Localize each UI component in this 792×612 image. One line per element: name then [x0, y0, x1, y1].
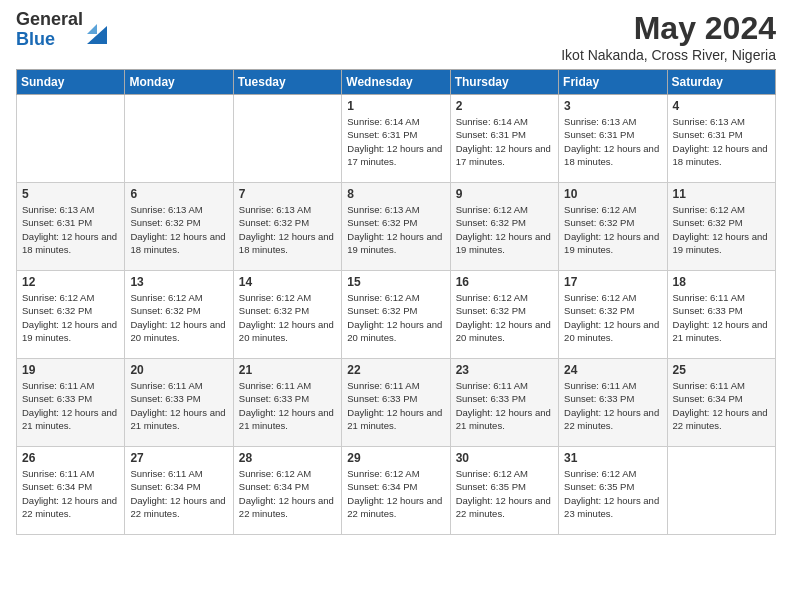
- day-info: Sunrise: 6:11 AM Sunset: 6:33 PM Dayligh…: [347, 379, 444, 432]
- day-info: Sunrise: 6:13 AM Sunset: 6:31 PM Dayligh…: [564, 115, 661, 168]
- day-info: Sunrise: 6:11 AM Sunset: 6:33 PM Dayligh…: [239, 379, 336, 432]
- table-row: 10Sunrise: 6:12 AM Sunset: 6:32 PM Dayli…: [559, 183, 667, 271]
- day-info: Sunrise: 6:12 AM Sunset: 6:32 PM Dayligh…: [456, 203, 553, 256]
- day-info: Sunrise: 6:11 AM Sunset: 6:34 PM Dayligh…: [673, 379, 770, 432]
- table-row: 9Sunrise: 6:12 AM Sunset: 6:32 PM Daylig…: [450, 183, 558, 271]
- table-row: 13Sunrise: 6:12 AM Sunset: 6:32 PM Dayli…: [125, 271, 233, 359]
- day-info: Sunrise: 6:12 AM Sunset: 6:32 PM Dayligh…: [347, 291, 444, 344]
- page: General Blue May 2024 Ikot Nakanda, Cros…: [0, 0, 792, 612]
- day-info: Sunrise: 6:12 AM Sunset: 6:32 PM Dayligh…: [239, 291, 336, 344]
- table-row: 24Sunrise: 6:11 AM Sunset: 6:33 PM Dayli…: [559, 359, 667, 447]
- day-info: Sunrise: 6:11 AM Sunset: 6:33 PM Dayligh…: [130, 379, 227, 432]
- svg-marker-1: [87, 24, 97, 34]
- table-row: 19Sunrise: 6:11 AM Sunset: 6:33 PM Dayli…: [17, 359, 125, 447]
- calendar-week-row: 1Sunrise: 6:14 AM Sunset: 6:31 PM Daylig…: [17, 95, 776, 183]
- logo-blue: Blue: [16, 30, 83, 50]
- day-info: Sunrise: 6:13 AM Sunset: 6:31 PM Dayligh…: [22, 203, 119, 256]
- day-info: Sunrise: 6:13 AM Sunset: 6:31 PM Dayligh…: [673, 115, 770, 168]
- col-wednesday: Wednesday: [342, 70, 450, 95]
- table-row: 5Sunrise: 6:13 AM Sunset: 6:31 PM Daylig…: [17, 183, 125, 271]
- table-row: 2Sunrise: 6:14 AM Sunset: 6:31 PM Daylig…: [450, 95, 558, 183]
- calendar-week-row: 19Sunrise: 6:11 AM Sunset: 6:33 PM Dayli…: [17, 359, 776, 447]
- table-row: [125, 95, 233, 183]
- day-number: 5: [22, 187, 119, 201]
- calendar-header-row: Sunday Monday Tuesday Wednesday Thursday…: [17, 70, 776, 95]
- day-number: 21: [239, 363, 336, 377]
- day-number: 3: [564, 99, 661, 113]
- table-row: 21Sunrise: 6:11 AM Sunset: 6:33 PM Dayli…: [233, 359, 341, 447]
- col-tuesday: Tuesday: [233, 70, 341, 95]
- col-monday: Monday: [125, 70, 233, 95]
- day-number: 13: [130, 275, 227, 289]
- day-number: 4: [673, 99, 770, 113]
- location-title: Ikot Nakanda, Cross River, Nigeria: [561, 47, 776, 63]
- table-row: 20Sunrise: 6:11 AM Sunset: 6:33 PM Dayli…: [125, 359, 233, 447]
- day-info: Sunrise: 6:12 AM Sunset: 6:32 PM Dayligh…: [130, 291, 227, 344]
- day-number: 9: [456, 187, 553, 201]
- day-info: Sunrise: 6:11 AM Sunset: 6:33 PM Dayligh…: [22, 379, 119, 432]
- day-number: 25: [673, 363, 770, 377]
- calendar-week-row: 26Sunrise: 6:11 AM Sunset: 6:34 PM Dayli…: [17, 447, 776, 535]
- col-sunday: Sunday: [17, 70, 125, 95]
- table-row: 26Sunrise: 6:11 AM Sunset: 6:34 PM Dayli…: [17, 447, 125, 535]
- table-row: 15Sunrise: 6:12 AM Sunset: 6:32 PM Dayli…: [342, 271, 450, 359]
- day-info: Sunrise: 6:12 AM Sunset: 6:32 PM Dayligh…: [564, 203, 661, 256]
- day-number: 18: [673, 275, 770, 289]
- day-number: 30: [456, 451, 553, 465]
- table-row: 27Sunrise: 6:11 AM Sunset: 6:34 PM Dayli…: [125, 447, 233, 535]
- day-number: 12: [22, 275, 119, 289]
- table-row: 25Sunrise: 6:11 AM Sunset: 6:34 PM Dayli…: [667, 359, 775, 447]
- day-info: Sunrise: 6:12 AM Sunset: 6:35 PM Dayligh…: [456, 467, 553, 520]
- day-number: 8: [347, 187, 444, 201]
- day-info: Sunrise: 6:11 AM Sunset: 6:33 PM Dayligh…: [564, 379, 661, 432]
- table-row: 11Sunrise: 6:12 AM Sunset: 6:32 PM Dayli…: [667, 183, 775, 271]
- table-row: 7Sunrise: 6:13 AM Sunset: 6:32 PM Daylig…: [233, 183, 341, 271]
- table-row: 30Sunrise: 6:12 AM Sunset: 6:35 PM Dayli…: [450, 447, 558, 535]
- day-number: 17: [564, 275, 661, 289]
- day-info: Sunrise: 6:12 AM Sunset: 6:35 PM Dayligh…: [564, 467, 661, 520]
- day-number: 27: [130, 451, 227, 465]
- table-row: 23Sunrise: 6:11 AM Sunset: 6:33 PM Dayli…: [450, 359, 558, 447]
- logo-text: General Blue: [16, 10, 83, 50]
- calendar-week-row: 12Sunrise: 6:12 AM Sunset: 6:32 PM Dayli…: [17, 271, 776, 359]
- day-info: Sunrise: 6:14 AM Sunset: 6:31 PM Dayligh…: [456, 115, 553, 168]
- day-info: Sunrise: 6:12 AM Sunset: 6:34 PM Dayligh…: [347, 467, 444, 520]
- day-info: Sunrise: 6:12 AM Sunset: 6:34 PM Dayligh…: [239, 467, 336, 520]
- table-row: 28Sunrise: 6:12 AM Sunset: 6:34 PM Dayli…: [233, 447, 341, 535]
- table-row: 3Sunrise: 6:13 AM Sunset: 6:31 PM Daylig…: [559, 95, 667, 183]
- day-number: 22: [347, 363, 444, 377]
- table-row: 17Sunrise: 6:12 AM Sunset: 6:32 PM Dayli…: [559, 271, 667, 359]
- day-number: 10: [564, 187, 661, 201]
- day-number: 14: [239, 275, 336, 289]
- calendar-week-row: 5Sunrise: 6:13 AM Sunset: 6:31 PM Daylig…: [17, 183, 776, 271]
- day-number: 15: [347, 275, 444, 289]
- month-title: May 2024: [561, 10, 776, 47]
- day-number: 16: [456, 275, 553, 289]
- calendar: Sunday Monday Tuesday Wednesday Thursday…: [16, 69, 776, 535]
- day-info: Sunrise: 6:12 AM Sunset: 6:32 PM Dayligh…: [564, 291, 661, 344]
- logo-icon: [87, 16, 107, 44]
- table-row: 1Sunrise: 6:14 AM Sunset: 6:31 PM Daylig…: [342, 95, 450, 183]
- day-info: Sunrise: 6:11 AM Sunset: 6:34 PM Dayligh…: [22, 467, 119, 520]
- table-row: 14Sunrise: 6:12 AM Sunset: 6:32 PM Dayli…: [233, 271, 341, 359]
- title-block: May 2024 Ikot Nakanda, Cross River, Nige…: [561, 10, 776, 63]
- table-row: [17, 95, 125, 183]
- table-row: 29Sunrise: 6:12 AM Sunset: 6:34 PM Dayli…: [342, 447, 450, 535]
- col-friday: Friday: [559, 70, 667, 95]
- table-row: 12Sunrise: 6:12 AM Sunset: 6:32 PM Dayli…: [17, 271, 125, 359]
- day-info: Sunrise: 6:11 AM Sunset: 6:33 PM Dayligh…: [673, 291, 770, 344]
- day-info: Sunrise: 6:13 AM Sunset: 6:32 PM Dayligh…: [347, 203, 444, 256]
- col-thursday: Thursday: [450, 70, 558, 95]
- day-info: Sunrise: 6:11 AM Sunset: 6:33 PM Dayligh…: [456, 379, 553, 432]
- day-number: 20: [130, 363, 227, 377]
- table-row: [233, 95, 341, 183]
- day-info: Sunrise: 6:14 AM Sunset: 6:31 PM Dayligh…: [347, 115, 444, 168]
- day-info: Sunrise: 6:12 AM Sunset: 6:32 PM Dayligh…: [456, 291, 553, 344]
- table-row: 4Sunrise: 6:13 AM Sunset: 6:31 PM Daylig…: [667, 95, 775, 183]
- day-info: Sunrise: 6:12 AM Sunset: 6:32 PM Dayligh…: [22, 291, 119, 344]
- table-row: 16Sunrise: 6:12 AM Sunset: 6:32 PM Dayli…: [450, 271, 558, 359]
- day-info: Sunrise: 6:13 AM Sunset: 6:32 PM Dayligh…: [239, 203, 336, 256]
- day-number: 11: [673, 187, 770, 201]
- day-info: Sunrise: 6:13 AM Sunset: 6:32 PM Dayligh…: [130, 203, 227, 256]
- day-number: 28: [239, 451, 336, 465]
